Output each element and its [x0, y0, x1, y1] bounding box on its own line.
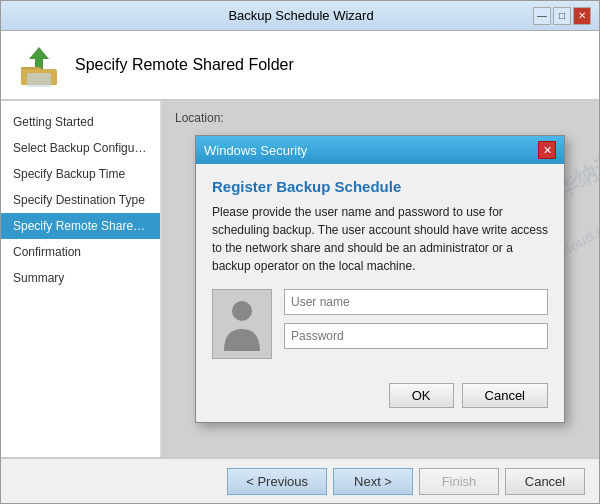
ok-button[interactable]: OK — [389, 383, 454, 408]
password-input[interactable] — [284, 323, 548, 349]
cancel-button[interactable]: Cancel — [505, 468, 585, 495]
dialog-form-area — [212, 289, 548, 359]
user-avatar — [212, 289, 272, 359]
dialog-close-button[interactable]: ✕ — [538, 141, 556, 159]
title-bar: Backup Schedule Wizard — □ ✕ — [1, 1, 599, 31]
windows-security-dialog: Windows Security ✕ Register Backup Sched… — [195, 135, 565, 423]
close-button[interactable]: ✕ — [573, 7, 591, 25]
dialog-cancel-button[interactable]: Cancel — [462, 383, 548, 408]
sidebar: Getting Started Select Backup Configurat… — [1, 101, 161, 457]
title-bar-controls: — □ ✕ — [533, 7, 591, 25]
dialog-title-bar: Windows Security ✕ — [196, 136, 564, 164]
sidebar-item-select-backup[interactable]: Select Backup Configurat... — [1, 135, 160, 161]
dialog-footer: OK Cancel — [196, 373, 564, 422]
dialog-body: Register Backup Schedule Please provide … — [196, 164, 564, 373]
main-window: Backup Schedule Wizard — □ ✕ Specify Rem… — [0, 0, 600, 504]
footer: < Previous Next > Finish Cancel — [1, 457, 599, 503]
svg-rect-4 — [27, 73, 51, 87]
main-panel: Location: 华纳云 www.hncloud.com Windows Se… — [161, 101, 599, 457]
previous-button[interactable]: < Previous — [227, 468, 327, 495]
content-area: Getting Started Select Backup Configurat… — [1, 101, 599, 457]
header-icon — [15, 41, 63, 89]
dialog-heading: Register Backup Schedule — [212, 178, 548, 195]
window-title: Backup Schedule Wizard — [69, 8, 533, 23]
form-fields — [284, 289, 548, 349]
page-title: Specify Remote Shared Folder — [75, 56, 294, 74]
minimize-button[interactable]: — — [533, 7, 551, 25]
sidebar-item-confirmation[interactable]: Confirmation — [1, 239, 160, 265]
sidebar-item-destination-type[interactable]: Specify Destination Type — [1, 187, 160, 213]
sidebar-item-getting-started[interactable]: Getting Started — [1, 109, 160, 135]
next-button[interactable]: Next > — [333, 468, 413, 495]
sidebar-item-remote-folder[interactable]: Specify Remote Shared F... — [1, 213, 160, 239]
sidebar-item-specify-time[interactable]: Specify Backup Time — [1, 161, 160, 187]
dialog-description: Please provide the user name and passwor… — [212, 203, 548, 275]
modal-overlay: Windows Security ✕ Register Backup Sched… — [161, 101, 599, 457]
sidebar-item-summary[interactable]: Summary — [1, 265, 160, 291]
maximize-button[interactable]: □ — [553, 7, 571, 25]
header-area: Specify Remote Shared Folder — [1, 31, 599, 101]
svg-point-5 — [232, 301, 252, 321]
username-input[interactable] — [284, 289, 548, 315]
dialog-title: Windows Security — [204, 143, 307, 158]
finish-button[interactable]: Finish — [419, 468, 499, 495]
